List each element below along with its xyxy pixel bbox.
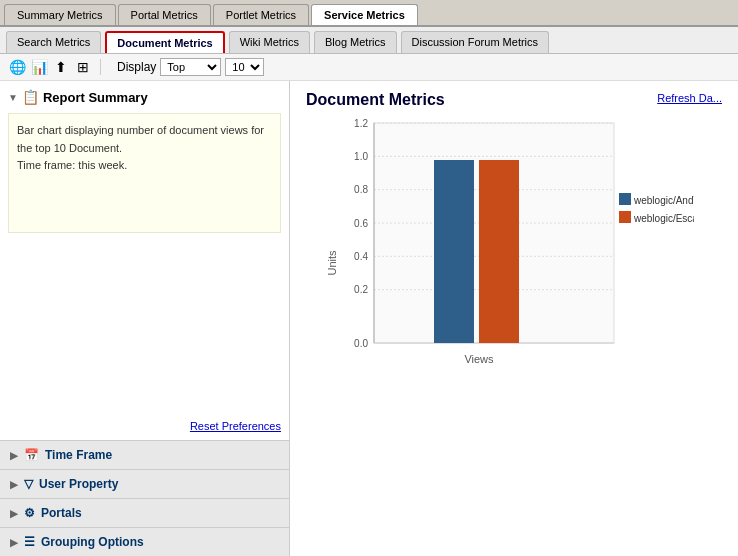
grouping-header[interactable]: ▶ ☰ Grouping Options (0, 528, 289, 556)
right-panel: Document Metrics Refresh Da... Units 0.0 (290, 81, 738, 556)
left-panel: ▼ 📋 Report Summary Bar chart displaying … (0, 81, 290, 556)
table-icon[interactable]: ⊞ (74, 58, 92, 76)
display-select[interactable]: Top Bottom (160, 58, 221, 76)
svg-text:weblogic/AndThen...: weblogic/AndThen... (633, 195, 694, 206)
tab-portal-metrics[interactable]: Portal Metrics (118, 4, 211, 25)
accordion-portals: ▶ ⚙ Portals (0, 499, 289, 528)
export-icon[interactable]: ⬆ (52, 58, 70, 76)
svg-text:Views: Views (464, 353, 494, 365)
timeframe-label: Time Frame (45, 448, 112, 462)
tab-document-metrics[interactable]: Document Metrics (105, 31, 224, 53)
report-summary-section: ▼ 📋 Report Summary Bar chart displaying … (0, 81, 289, 412)
globe-icon[interactable]: 🌐 (8, 58, 26, 76)
expand-icon-3: ▶ (10, 508, 18, 519)
svg-text:0.2: 0.2 (354, 284, 368, 295)
portals-header[interactable]: ▶ ⚙ Portals (0, 499, 289, 527)
chart-icon[interactable]: 📊 (30, 58, 48, 76)
svg-text:0.0: 0.0 (354, 338, 368, 349)
display-label: Display (117, 60, 156, 74)
divider (100, 59, 101, 75)
bar-escapefr (479, 160, 519, 343)
svg-text:0.8: 0.8 (354, 184, 368, 195)
svg-text:weblogic/EscapeFr...: weblogic/EscapeFr... (633, 213, 694, 224)
tab-summary-metrics[interactable]: Summary Metrics (4, 4, 116, 25)
svg-text:1.0: 1.0 (354, 151, 368, 162)
portal-icon: ⚙ (24, 506, 35, 520)
svg-text:0.4: 0.4 (354, 251, 368, 262)
tab-discussion-metrics[interactable]: Discussion Forum Metrics (401, 31, 550, 53)
toolbar: 🌐 📊 ⬆ ⊞ Display Top Bottom 10 20 50 (0, 54, 738, 81)
refresh-link[interactable]: Refresh Da... (657, 92, 722, 104)
tab-service-metrics[interactable]: Service Metrics (311, 4, 418, 25)
bar-chart: Units 0.0 0.2 0.4 0.6 0.8 1.0 1.2 (324, 113, 694, 393)
reset-preferences-link[interactable]: Reset Preferences (0, 412, 289, 440)
bar-andthen (434, 160, 474, 343)
accordion: ▶ 📅 Time Frame ▶ ▽ User Property ▶ ⚙ Por… (0, 440, 289, 556)
grouping-label: Grouping Options (41, 535, 144, 549)
main-content: ▼ 📋 Report Summary Bar chart displaying … (0, 81, 738, 556)
grouping-icon: ☰ (24, 535, 35, 549)
panel-title: Document Metrics (306, 91, 445, 109)
timeframe-icon: 📅 (24, 448, 39, 462)
tab-blog-metrics[interactable]: Blog Metrics (314, 31, 397, 53)
portals-label: Portals (41, 506, 82, 520)
userproperty-header[interactable]: ▶ ▽ User Property (0, 470, 289, 498)
report-icon: 📋 (22, 89, 39, 105)
svg-rect-20 (619, 211, 631, 223)
timeframe-header[interactable]: ▶ 📅 Time Frame (0, 441, 289, 469)
accordion-grouping: ▶ ☰ Grouping Options (0, 528, 289, 556)
tab-wiki-metrics[interactable]: Wiki Metrics (229, 31, 310, 53)
count-select[interactable]: 10 20 50 (225, 58, 264, 76)
svg-rect-18 (619, 193, 631, 205)
accordion-timeframe: ▶ 📅 Time Frame (0, 441, 289, 470)
accordion-userproperty: ▶ ▽ User Property (0, 470, 289, 499)
filter-icon: ▽ (24, 477, 33, 491)
summary-text: Bar chart displaying number of document … (8, 113, 281, 233)
userproperty-label: User Property (39, 477, 118, 491)
sub-tab-bar: Search Metrics Document Metrics Wiki Met… (0, 27, 738, 54)
svg-text:Units: Units (326, 250, 338, 276)
section-header: ▼ 📋 Report Summary (8, 89, 281, 105)
top-tab-bar: Summary Metrics Portal Metrics Portlet M… (0, 0, 738, 27)
chart-area: Units 0.0 0.2 0.4 0.6 0.8 1.0 1.2 (324, 113, 704, 393)
expand-icon-4: ▶ (10, 537, 18, 548)
expand-icon-2: ▶ (10, 479, 18, 490)
tab-search-metrics[interactable]: Search Metrics (6, 31, 101, 53)
svg-text:0.6: 0.6 (354, 218, 368, 229)
expand-icon: ▶ (10, 450, 18, 461)
section-title: Report Summary (43, 90, 148, 105)
collapse-button[interactable]: ▼ (8, 92, 18, 103)
tab-portlet-metrics[interactable]: Portlet Metrics (213, 4, 309, 25)
svg-text:1.2: 1.2 (354, 118, 368, 129)
